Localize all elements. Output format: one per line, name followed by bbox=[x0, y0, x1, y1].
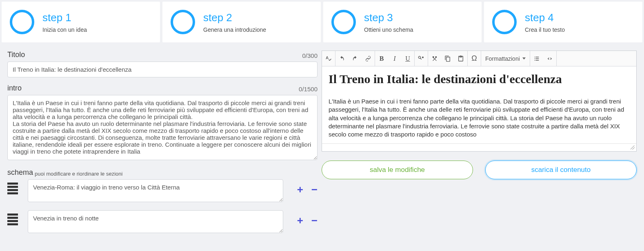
editor-content[interactable]: Il Treno in Italia: le destinazioni d'ec… bbox=[322, 66, 636, 144]
editor-toolbar: B I U bbox=[322, 51, 636, 66]
editor-paragraph: L'Italia è un Paese in cui i treni fanno… bbox=[329, 97, 630, 139]
step-1-title: step 1 bbox=[42, 11, 87, 24]
step-2-card[interactable]: step 2 Genera una introduzione bbox=[162, 2, 321, 42]
undo-icon[interactable] bbox=[335, 51, 349, 66]
titolo-input[interactable] bbox=[7, 62, 318, 77]
step-1-sub: Inizia con un idea bbox=[42, 26, 87, 33]
link-icon[interactable] bbox=[362, 51, 375, 66]
remove-section-button[interactable]: − bbox=[311, 215, 318, 226]
spellcheck-icon[interactable] bbox=[322, 51, 335, 66]
find-replace-icon[interactable] bbox=[415, 51, 428, 66]
paste-icon[interactable] bbox=[454, 51, 467, 66]
schema-field: schema puoi modificare e riordinare le s… bbox=[7, 168, 318, 241]
intro-field: intro 0/1500 bbox=[7, 84, 318, 162]
special-char-icon[interactable]: Ω bbox=[468, 51, 481, 66]
format-dropdown-label: Formattazioni bbox=[485, 55, 520, 62]
bold-button[interactable]: B bbox=[375, 51, 388, 66]
titolo-counter: 0/300 bbox=[302, 52, 318, 59]
schema-item-input[interactable] bbox=[28, 179, 283, 202]
drag-handle-icon[interactable] bbox=[7, 210, 22, 225]
remove-section-button[interactable]: − bbox=[311, 184, 318, 195]
rich-text-editor: B I U bbox=[322, 51, 637, 152]
schema-item-input[interactable] bbox=[28, 210, 283, 233]
list-icon[interactable] bbox=[530, 51, 543, 66]
titolo-field: Titolo 0/300 bbox=[7, 51, 318, 77]
drag-handle-icon[interactable] bbox=[7, 179, 22, 194]
step-4-card[interactable]: step 4 Crea il tuo testo bbox=[484, 2, 642, 42]
cut-icon[interactable] bbox=[428, 51, 441, 66]
step-3-title: step 3 bbox=[364, 11, 413, 24]
schema-label: schema bbox=[7, 168, 33, 177]
editor-resize-handle[interactable] bbox=[322, 144, 636, 151]
step-3-sub: Ottieni uno schema bbox=[364, 26, 413, 33]
chevron-down-icon bbox=[522, 57, 526, 59]
step-1-card[interactable]: step 1 Inizia con un idea bbox=[2, 2, 160, 42]
step-2-title: step 2 bbox=[203, 11, 266, 24]
schema-row: + − bbox=[7, 210, 318, 233]
schema-row: + − bbox=[7, 179, 318, 202]
format-dropdown[interactable]: Formattazioni bbox=[481, 55, 530, 62]
download-button[interactable]: scarica il contenuto bbox=[485, 161, 637, 179]
step-4-sub: Crea il tuo testo bbox=[525, 26, 565, 33]
source-code-icon[interactable] bbox=[543, 51, 556, 66]
steps-header: step 1 Inizia con un idea step 2 Genera … bbox=[0, 0, 644, 42]
step-circle-icon bbox=[492, 10, 517, 34]
save-button[interactable]: salva le modifiche bbox=[322, 161, 473, 179]
step-circle-icon bbox=[10, 10, 34, 34]
intro-label: intro bbox=[7, 84, 22, 92]
underline-button[interactable]: U bbox=[401, 51, 414, 66]
italic-button[interactable]: I bbox=[388, 51, 401, 66]
copy-icon[interactable] bbox=[441, 51, 454, 66]
step-circle-icon bbox=[171, 10, 195, 34]
titolo-label: Titolo bbox=[7, 51, 25, 59]
intro-textarea[interactable] bbox=[7, 95, 318, 160]
schema-hint: puoi modificare e riordinare le sezioni bbox=[35, 171, 122, 177]
step-circle-icon bbox=[331, 10, 356, 34]
step-2-sub: Genera una introduzione bbox=[203, 26, 266, 33]
step-4-title: step 4 bbox=[525, 11, 565, 24]
intro-counter: 0/1500 bbox=[299, 86, 318, 92]
step-3-card[interactable]: step 3 Ottieni uno schema bbox=[323, 2, 482, 42]
add-section-button[interactable]: + bbox=[297, 184, 303, 195]
add-section-button[interactable]: + bbox=[297, 215, 303, 226]
editor-heading: Il Treno in Italia: le destinazioni d'ec… bbox=[329, 72, 630, 86]
redo-icon[interactable] bbox=[349, 51, 362, 66]
